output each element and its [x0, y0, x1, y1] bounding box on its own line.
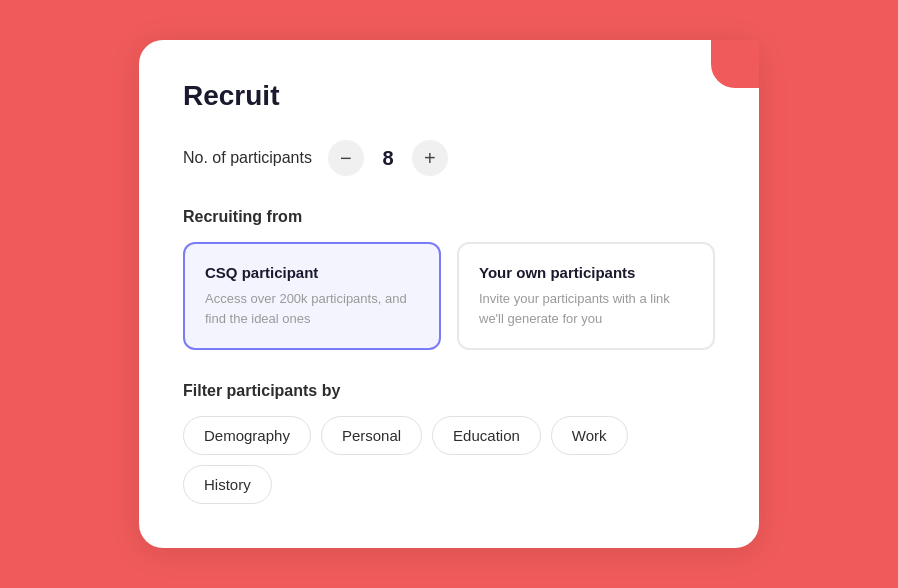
filter-tag-education[interactable]: Education — [432, 416, 541, 455]
card-title: Recruit — [183, 80, 715, 112]
filter-tag-work[interactable]: Work — [551, 416, 628, 455]
filter-section-label: Filter participants by — [183, 382, 715, 400]
decrement-button[interactable]: − — [328, 140, 364, 176]
increment-button[interactable]: + — [412, 140, 448, 176]
participants-label: No. of participants — [183, 149, 312, 167]
option-csq-title: CSQ participant — [205, 264, 419, 281]
participants-value: 8 — [378, 147, 398, 170]
recruit-card: Recruit No. of participants − 8 + Recrui… — [139, 40, 759, 548]
option-csq[interactable]: CSQ participant Access over 200k partici… — [183, 242, 441, 350]
option-own[interactable]: Your own participants Invite your partic… — [457, 242, 715, 350]
participants-stepper: − 8 + — [328, 140, 448, 176]
filter-tag-personal[interactable]: Personal — [321, 416, 422, 455]
option-own-desc: Invite your participants with a link we'… — [479, 289, 693, 328]
filter-tag-history[interactable]: History — [183, 465, 272, 504]
option-own-title: Your own participants — [479, 264, 693, 281]
recruiting-from-label: Recruiting from — [183, 208, 715, 226]
filter-tag-demography[interactable]: Demography — [183, 416, 311, 455]
participants-row: No. of participants − 8 + — [183, 140, 715, 176]
option-csq-desc: Access over 200k participants, and find … — [205, 289, 419, 328]
filter-tags: Demography Personal Education Work Histo… — [183, 416, 715, 504]
recruit-options: CSQ participant Access over 200k partici… — [183, 242, 715, 350]
